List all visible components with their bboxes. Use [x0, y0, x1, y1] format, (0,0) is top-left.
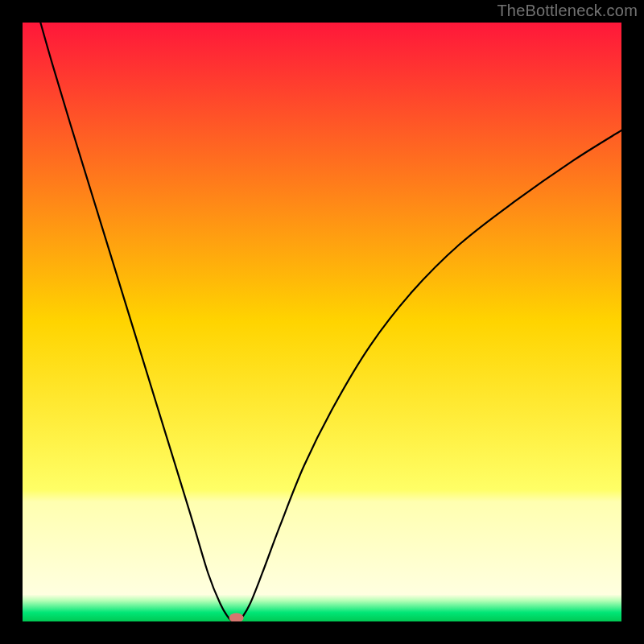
watermark-text: TheBottleneck.com — [497, 2, 638, 20]
chart-frame — [23, 23, 621, 621]
bottleneck-chart — [23, 23, 621, 621]
chart-background — [23, 23, 621, 621]
